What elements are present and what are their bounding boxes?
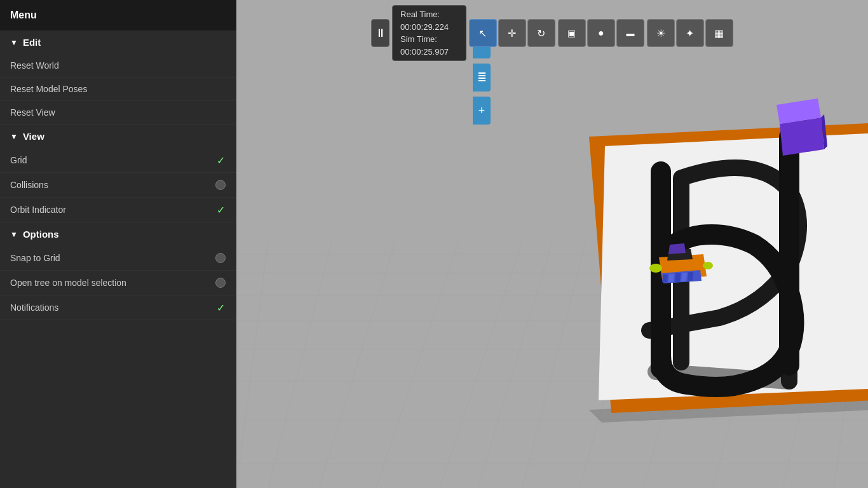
svg-rect-33	[668, 274, 674, 282]
menu-item-open-tree[interactable]: Open tree on model selection	[0, 271, 236, 295]
cylinder-tool-button[interactable]: ▬	[616, 19, 644, 47]
menu-item-reset-view[interactable]: Reset View	[0, 101, 236, 125]
sim-time-value: 00:00:25.907	[400, 47, 449, 57]
svg-marker-26	[780, 118, 824, 156]
orbit-indicator-label: Orbit Indicator	[10, 205, 215, 215]
sidebar: Menu ▼ Edit Reset World Reset Model Pose…	[0, 0, 236, 488]
svg-rect-35	[681, 273, 687, 281]
section-options[interactable]: ▼ Options	[0, 222, 236, 246]
sphere-tool-button[interactable]: ●	[587, 19, 615, 47]
sun-tool-button[interactable]: ☀	[647, 19, 675, 47]
svg-point-38	[703, 262, 713, 269]
menu-item-collisions[interactable]: Collisions	[0, 173, 236, 198]
sidebar-title: Menu	[0, 0, 236, 30]
tool-group-shapes: ▣ ● ▬	[558, 19, 644, 47]
chevron-down-icon-view: ▼	[10, 132, 18, 141]
open-tree-label: Open tree on model selection	[10, 278, 215, 288]
plus-tab[interactable]: +	[473, 97, 491, 125]
tool-group-transform: ↖ ✛ ↻	[469, 19, 555, 47]
menu-item-reset-world[interactable]: Reset World	[0, 54, 236, 78]
chevron-down-icon: ▼	[10, 38, 18, 47]
toolbar: ⏸ Real Time: 00:00:29.224 Sim Time: 00:0…	[371, 5, 733, 61]
svg-marker-39	[668, 243, 686, 254]
section-view[interactable]: ▼ View	[0, 125, 236, 148]
svg-point-37	[649, 264, 662, 273]
rotate-tool-button[interactable]: ↻	[527, 19, 555, 47]
translate-tool-button[interactable]: ✛	[498, 19, 526, 47]
grid-view-button[interactable]: ▦	[705, 19, 733, 47]
snap-to-grid-label: Snap to Grid	[10, 253, 215, 263]
collisions-check	[215, 179, 226, 191]
chevron-down-icon-options: ▼	[10, 230, 18, 239]
menu-item-orbit-indicator[interactable]: Orbit Indicator ✓	[0, 198, 236, 222]
svg-rect-36	[688, 272, 693, 281]
tool-group-lights: ☀ ✦ ▦	[647, 19, 733, 47]
viewport[interactable]: ≡ ≣ + ⏸ Real Time: 00:00:29.224 Sim Time…	[236, 0, 868, 488]
section-view-label: View	[23, 131, 44, 142]
real-time-label: Real Time:	[400, 10, 440, 19]
section-edit[interactable]: ▼ Edit	[0, 30, 236, 54]
orbit-indicator-check: ✓	[215, 204, 226, 215]
svg-rect-32	[662, 274, 668, 282]
pause-button[interactable]: ⏸	[371, 19, 390, 47]
svg-rect-34	[675, 273, 681, 282]
scene-svg	[236, 0, 868, 488]
notifications-check: ✓	[215, 302, 226, 313]
notifications-label: Notifications	[10, 302, 215, 313]
grid-check: ✓	[215, 154, 226, 166]
grid-label: Grid	[10, 155, 215, 165]
box-tool-button[interactable]: ▣	[558, 19, 586, 47]
snap-to-grid-check	[215, 252, 226, 264]
menu-item-reset-model-poses[interactable]: Reset Model Poses	[0, 78, 236, 101]
section-edit-label: Edit	[23, 37, 41, 48]
select-tool-button[interactable]: ↖	[469, 19, 497, 47]
sim-time-label: Sim Time:	[400, 34, 437, 44]
collisions-label: Collisions	[10, 180, 215, 190]
menu-item-grid[interactable]: Grid ✓	[0, 148, 236, 173]
menu-item-snap-to-grid[interactable]: Snap to Grid	[0, 246, 236, 271]
real-time-value: 00:00:29.224	[400, 22, 449, 32]
section-options-label: Options	[23, 229, 59, 240]
time-display: Real Time: 00:00:29.224 Sim Time: 00:00:…	[392, 5, 466, 61]
menu-item-notifications[interactable]: Notifications ✓	[0, 295, 236, 320]
reset-model-poses-label: Reset Model Poses	[10, 84, 226, 94]
reset-view-label: Reset View	[10, 107, 226, 118]
list-tab[interactable]: ≣	[473, 64, 491, 92]
open-tree-check	[215, 277, 226, 288]
reset-world-label: Reset World	[10, 60, 226, 71]
point-light-button[interactable]: ✦	[676, 19, 704, 47]
